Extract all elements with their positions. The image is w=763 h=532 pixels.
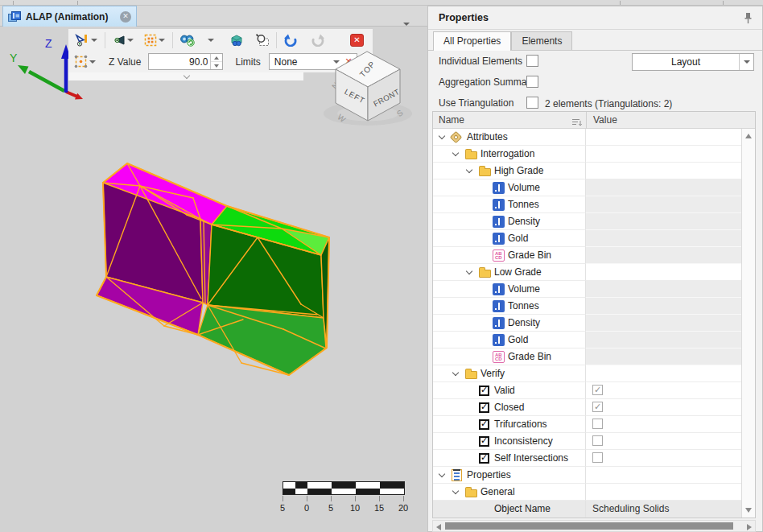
fence-selection-button[interactable] (73, 52, 89, 72)
view-cube[interactable]: N TOP LEFT FRONT W S (319, 43, 422, 131)
tree-row[interactable]: Inconsistency (433, 433, 741, 450)
zoom-selection-button[interactable] (254, 31, 270, 50)
option-checkbox[interactable] (526, 97, 538, 109)
3d-viewport-canvas[interactable]: Z Y (0, 27, 427, 532)
value-cell[interactable]: Scheduling Solids (586, 501, 741, 518)
search-solids-button[interactable] (229, 31, 245, 50)
value-column-header[interactable]: Value (593, 114, 617, 126)
scroll-left-icon[interactable] (436, 524, 441, 530)
value-cell[interactable] (586, 196, 741, 213)
value-cell[interactable] (586, 247, 741, 264)
value-cell[interactable] (586, 332, 741, 348)
column-divider[interactable] (586, 112, 587, 129)
value-cell[interactable] (586, 348, 741, 365)
tree-row[interactable]: General (433, 484, 741, 501)
grid-header: Name Value (433, 112, 755, 129)
name-column-header[interactable]: Name (439, 114, 464, 126)
value-cell[interactable] (586, 399, 741, 416)
num-icon (493, 216, 505, 228)
pin-icon[interactable] (744, 12, 753, 27)
tree-row[interactable]: Interrogation (433, 146, 741, 163)
layout-dropdown[interactable]: Layout (632, 53, 754, 71)
tree-row[interactable]: Low Grade (433, 264, 741, 281)
chevron-down-icon[interactable] (159, 39, 165, 42)
tree-row[interactable]: Volume (433, 281, 741, 298)
tree-row[interactable]: Gold (433, 230, 741, 247)
tree-row[interactable]: Self Intersections (433, 450, 741, 467)
tree-row[interactable]: Attributes (433, 129, 741, 146)
option-checkbox[interactable] (526, 55, 538, 67)
properties-panel: Properties All PropertiesElements Indivi… (427, 6, 763, 532)
scale-segment (380, 489, 404, 495)
tree-row[interactable]: Density (433, 213, 741, 230)
chevron-down-icon[interactable] (91, 39, 97, 42)
tree-row[interactable]: Properties (433, 467, 741, 484)
undo-button[interactable] (283, 31, 299, 50)
value-cell[interactable] (586, 230, 741, 247)
value-cell[interactable] (586, 416, 741, 433)
tree-row[interactable]: Tonnes (433, 298, 741, 315)
value-checkbox[interactable] (592, 419, 603, 429)
num-icon (493, 300, 505, 312)
folder-icon (465, 151, 477, 159)
scroll-up-icon[interactable] (745, 134, 752, 138)
panel-title: Properties (439, 12, 489, 23)
scale-tick (355, 496, 356, 501)
value-cell[interactable] (586, 298, 741, 315)
tab-all-properties[interactable]: All Properties (433, 31, 511, 51)
tree-row[interactable]: Object NameScheduling Solids (433, 501, 741, 518)
tree-row[interactable]: Grade Bin (433, 247, 741, 264)
scrollbar-thumb[interactable] (445, 522, 733, 530)
tree-row[interactable]: Density (433, 315, 741, 332)
value-cell[interactable] (586, 281, 741, 298)
value-checkbox[interactable] (592, 402, 603, 412)
value-cell[interactable] (586, 179, 741, 196)
scale-tick (403, 496, 404, 501)
value-cell (586, 365, 741, 382)
tree-row-label: Grade Bin (508, 250, 551, 262)
value-checkbox[interactable] (592, 435, 603, 446)
tree-row[interactable]: Verify (433, 365, 741, 382)
value-checkbox[interactable] (592, 452, 603, 463)
tab-elements[interactable]: Elements (511, 31, 572, 50)
view-orientation-button[interactable] (111, 31, 126, 50)
tree-row[interactable]: High Grade (433, 163, 741, 179)
tree-row[interactable]: Volume (433, 179, 741, 196)
horizontal-scrollbar[interactable] (432, 520, 756, 532)
select-tool-button[interactable] (74, 31, 90, 50)
application-window: ALAP (Animation) ✕ Z Y (0, 0, 763, 532)
tab-close-icon[interactable]: ✕ (120, 11, 131, 23)
toolbar-overflow-strip[interactable] (68, 72, 303, 80)
tree-row-label: Density (508, 317, 540, 329)
vertical-scrollbar[interactable] (741, 129, 755, 518)
tree-row[interactable]: Grade Bin (433, 348, 741, 365)
option-checkbox[interactable] (526, 76, 538, 88)
chevron-down-icon[interactable] (208, 39, 214, 42)
z-value-stepper[interactable] (210, 54, 222, 69)
scale-segment (283, 482, 295, 489)
value-cell[interactable] (586, 213, 741, 230)
tree-row[interactable]: Closed (433, 399, 741, 416)
tree-row[interactable]: Valid (433, 382, 741, 399)
z-axis-label: Z (45, 37, 52, 50)
chevron-down-icon[interactable] (127, 39, 134, 42)
chevron-down-icon[interactable] (89, 60, 96, 64)
selection-box-button[interactable] (143, 31, 158, 50)
value-cell[interactable] (586, 433, 741, 450)
value-checkbox[interactable] (592, 385, 603, 395)
z-value-input[interactable] (149, 54, 210, 69)
scroll-down-icon[interactable] (745, 508, 752, 513)
tree-row[interactable]: Gold (433, 332, 741, 348)
tree-row[interactable]: Trifurcations (433, 416, 741, 433)
scale-segment (332, 482, 356, 489)
elements-summary: 2 elements (Triangulations: 2) (545, 98, 672, 109)
tab-alap-animation[interactable]: ALAP (Animation) ✕ (2, 6, 137, 27)
panel-title-bar: Properties (428, 6, 762, 30)
value-cell[interactable] (586, 450, 741, 467)
search-refresh-button[interactable] (179, 31, 196, 50)
value-cell[interactable] (586, 315, 741, 332)
tree-row[interactable]: Tonnes (433, 196, 741, 213)
value-cell[interactable] (586, 382, 741, 399)
y-axis-arrow (18, 65, 29, 74)
scroll-right-icon[interactable] (747, 524, 752, 530)
